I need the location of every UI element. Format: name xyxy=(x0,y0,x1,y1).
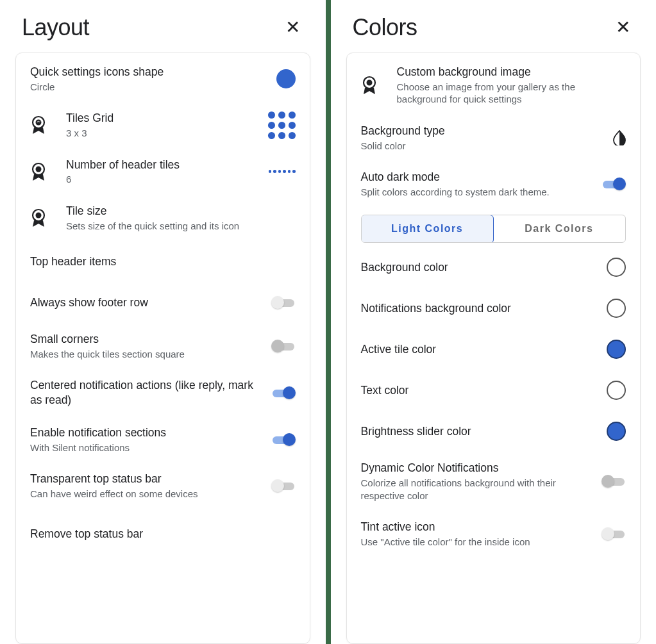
color-swatch[interactable] xyxy=(607,340,626,359)
row-label: Brightness slider color xyxy=(361,424,591,439)
centered-notification-actions[interactable]: Centered notification actions (like repl… xyxy=(16,369,310,417)
row-label: Tint active icon xyxy=(361,520,591,534)
background-type[interactable]: Background type Solid color xyxy=(347,115,641,161)
tiles-grid[interactable]: Tiles Grid 3 x 3 xyxy=(16,102,310,148)
toggle-switch[interactable] xyxy=(271,340,296,352)
enable-notification-sections[interactable]: Enable notification sections With Silent… xyxy=(16,417,310,463)
color-swatch[interactable] xyxy=(607,258,626,277)
circle-shape-icon xyxy=(276,69,296,88)
small-corners[interactable]: Small corners Makes the quick tiles sect… xyxy=(16,323,310,369)
svg-point-7 xyxy=(366,79,372,85)
row-label: Transparent top status bar xyxy=(30,472,260,486)
row-sub: 3 x 3 xyxy=(66,127,260,140)
award-icon xyxy=(30,162,47,181)
row-sub: Sets size of the quick setting and its i… xyxy=(66,220,290,233)
invert-colors-icon xyxy=(613,130,626,145)
colors-title: Colors xyxy=(353,14,417,41)
close-icon[interactable]: ✕ xyxy=(282,15,304,40)
color-swatch[interactable] xyxy=(607,381,626,400)
svg-point-1 xyxy=(36,120,42,126)
row-label: Quick settings icons shape xyxy=(30,65,260,79)
row-label: Custom background image xyxy=(397,65,621,79)
active-tile-color[interactable]: Active tile color xyxy=(347,329,641,370)
row-sub: Makes the quick tiles section square xyxy=(30,348,260,361)
color-mode-segmented: Light Colors Dark Colors xyxy=(361,215,627,243)
dynamic-color-notifications[interactable]: Dynamic Color Notifications Colorize all… xyxy=(347,452,641,511)
row-sub: Colorize all notifications background wi… xyxy=(361,477,591,502)
row-label: Dynamic Color Notifications xyxy=(361,461,591,475)
row-label: Background color xyxy=(361,260,591,275)
award-icon xyxy=(361,76,378,95)
background-color[interactable]: Background color xyxy=(347,247,641,288)
text-color[interactable]: Text color xyxy=(347,370,641,411)
brightness-slider-color[interactable]: Brightness slider color xyxy=(347,411,641,452)
row-label: Top header items xyxy=(30,254,290,269)
custom-background-image[interactable]: Custom background image Choose an image … xyxy=(347,56,641,115)
row-label: Background type xyxy=(361,124,591,138)
colors-card: Custom background image Choose an image … xyxy=(346,53,641,644)
row-label: Always show footer row xyxy=(30,295,260,310)
row-sub: Split colors according to system dark th… xyxy=(361,186,591,199)
auto-dark-mode[interactable]: Auto dark mode Split colors according to… xyxy=(347,161,641,207)
transparent-top-status-bar[interactable]: Transparent top status bar Can have weir… xyxy=(16,463,310,509)
row-sub: Solid color xyxy=(361,140,591,153)
row-label: Tile size xyxy=(66,204,290,219)
award-icon xyxy=(30,115,47,135)
layout-title: Layout xyxy=(22,14,89,41)
row-label: Text color xyxy=(361,383,591,398)
toggle-switch[interactable] xyxy=(601,527,626,540)
tile-size[interactable]: Tile size Sets size of the quick setting… xyxy=(16,195,310,241)
colors-header: Colors ✕ xyxy=(346,0,641,53)
layout-header: Layout ✕ xyxy=(15,0,310,53)
remove-top-status-bar[interactable]: Remove top status bar xyxy=(16,509,310,550)
row-label: Tiles Grid xyxy=(66,111,260,126)
layout-pane: Layout ✕ Quick settings icons shape Circ… xyxy=(0,0,326,644)
color-swatch[interactable] xyxy=(607,299,626,318)
row-sub: With Silent notifications xyxy=(30,442,260,454)
row-label: Auto dark mode xyxy=(361,170,591,185)
row-label: Number of header tiles xyxy=(66,158,260,172)
row-sub: 6 xyxy=(66,173,260,186)
tab-dark-colors[interactable]: Dark Colors xyxy=(493,215,625,242)
quick-settings-icons-shape[interactable]: Quick settings icons shape Circle xyxy=(16,56,310,102)
top-header-items[interactable]: Top header items xyxy=(16,241,310,282)
row-sub: Choose an image from your gallery as the… xyxy=(397,81,621,106)
svg-point-5 xyxy=(36,212,42,218)
toggle-switch[interactable] xyxy=(271,433,296,446)
row-label: Notifications background color xyxy=(361,301,591,316)
notifications-background-color[interactable]: Notifications background color xyxy=(347,288,641,329)
svg-point-3 xyxy=(36,166,42,172)
tab-light-colors[interactable]: Light Colors xyxy=(361,215,494,243)
row-sub: Can have weird effect on some devices xyxy=(30,488,260,500)
row-label: Enable notification sections xyxy=(30,425,260,440)
pane-divider xyxy=(326,0,331,644)
layout-card: Quick settings icons shape Circle Tiles … xyxy=(15,53,310,644)
row-label: Small corners xyxy=(30,332,260,347)
color-swatch[interactable] xyxy=(607,422,626,441)
award-icon xyxy=(30,208,47,227)
toggle-switch[interactable] xyxy=(601,475,626,488)
row-sub: Use "Active tile color" for the inside i… xyxy=(361,536,591,549)
tint-active-icon[interactable]: Tint active icon Use "Active tile color"… xyxy=(347,511,641,557)
toggle-switch[interactable] xyxy=(271,386,296,399)
tiles-grid-icon xyxy=(268,111,296,139)
toggle-switch[interactable] xyxy=(271,479,296,492)
always-show-footer-row[interactable]: Always show footer row xyxy=(16,282,310,323)
row-sub: Circle xyxy=(30,81,260,94)
close-icon[interactable]: ✕ xyxy=(612,15,634,40)
colors-pane: Colors ✕ Custom background image Choose … xyxy=(331,0,657,644)
toggle-switch[interactable] xyxy=(601,178,626,190)
row-label: Active tile color xyxy=(361,342,591,357)
row-label: Centered notification actions (like repl… xyxy=(30,378,260,408)
number-of-header-tiles[interactable]: Number of header tiles 6 xyxy=(16,149,310,195)
toggle-switch[interactable] xyxy=(271,296,296,309)
header-tiles-icon xyxy=(269,170,296,173)
row-label: Remove top status bar xyxy=(30,527,290,541)
